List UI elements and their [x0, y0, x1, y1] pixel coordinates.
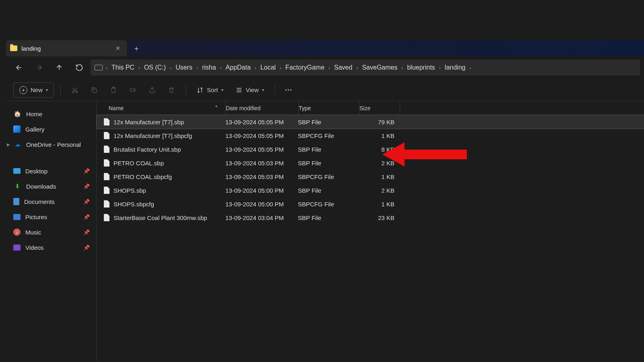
up-button[interactable]	[50, 59, 68, 76]
more-button[interactable]	[281, 82, 295, 98]
forward-button[interactable]	[30, 59, 48, 76]
address-bar[interactable]: ›This PC›OS (C:)›Users›risha›AppData›Loc…	[91, 60, 640, 76]
music-icon: ♪	[13, 228, 21, 236]
svg-point-1	[76, 91, 78, 93]
ellipsis-icon	[285, 89, 291, 90]
breadcrumb-item[interactable]: SaveGames	[359, 62, 400, 72]
cut-button[interactable]	[67, 82, 83, 98]
file-explorer-window: landing ✕ ＋ ›This PC›OS (C:)›Users›risha…	[0, 0, 644, 362]
view-button[interactable]: View ▾	[231, 82, 268, 98]
sidebar-item-onedrive[interactable]: ▶ ☁ OneDrive - Personal	[9, 137, 93, 152]
svg-rect-5	[130, 89, 134, 91]
gallery-icon	[13, 125, 21, 133]
breadcrumb-item[interactable]: Saved	[331, 62, 355, 72]
breadcrumb-item[interactable]: AppData	[223, 62, 254, 72]
svg-point-0	[72, 91, 74, 93]
new-tab-button[interactable]: ＋	[129, 41, 144, 56]
chevron-right-icon: ▶	[7, 142, 10, 147]
close-icon[interactable]: ✕	[115, 45, 121, 51]
pin-icon: 📌	[83, 168, 90, 174]
file-row[interactable]: SHOPS.sbpcfg13-09-2024 05:00 PMSBPCFG Fi…	[97, 197, 644, 211]
titlebar: landing ✕ ＋	[6, 40, 644, 56]
file-icon	[104, 173, 109, 180]
sort-label: Sort	[207, 86, 218, 93]
file-icon	[104, 146, 109, 153]
column-size[interactable]: Size	[359, 105, 400, 111]
file-icon	[104, 214, 109, 221]
column-headers: Name ▴ Date modified Type Size	[97, 101, 644, 115]
paste-button[interactable]	[106, 82, 121, 98]
file-row[interactable]: 12x Manufacturer [T7].sbpcfg13-09-2024 0…	[97, 129, 644, 142]
plus-icon: +	[19, 86, 27, 94]
copy-button[interactable]	[87, 82, 102, 98]
breadcrumb-item[interactable]: Users	[172, 62, 196, 72]
download-icon: ⬇	[13, 182, 21, 190]
file-row[interactable]: PETRO COAL.sbp13-09-2024 05:03 PMSBP Fil…	[97, 156, 644, 170]
content-area: 🏠 Home Gallery ▶ ☁ OneDrive - Personal D…	[6, 101, 644, 362]
tab-current[interactable]: landing ✕	[6, 40, 127, 56]
column-name[interactable]: Name ▴	[97, 105, 225, 111]
breadcrumb-item[interactable]: landing	[442, 62, 469, 72]
sidebar-item-home[interactable]: 🏠 Home	[9, 106, 93, 121]
file-icon	[104, 187, 109, 194]
sort-asc-icon: ▴	[215, 103, 217, 108]
sort-button[interactable]: Sort ▾	[192, 82, 227, 98]
column-date[interactable]: Date modified	[226, 105, 298, 111]
sidebar-item-gallery[interactable]: Gallery	[9, 121, 93, 137]
share-button[interactable]	[144, 82, 160, 98]
pin-icon: 📌	[83, 199, 90, 205]
file-list: Name ▴ Date modified Type Size 12x Manuf…	[97, 101, 644, 362]
file-row[interactable]: SHOPS.sbp13-09-2024 05:00 PMSBP File2 KB	[97, 183, 644, 197]
new-label: New	[31, 86, 43, 93]
document-icon	[13, 198, 19, 205]
new-button[interactable]: + New ▾	[13, 82, 54, 98]
file-icon	[104, 132, 109, 139]
file-icon	[104, 118, 109, 125]
sidebar-item-music[interactable]: ♪ Music 📌	[9, 224, 93, 240]
breadcrumb-item[interactable]: Local	[257, 62, 279, 72]
file-row[interactable]: Brutalist Factory Unit.sbp13-09-2024 05:…	[97, 142, 644, 156]
breadcrumb-item[interactable]: risha	[199, 62, 219, 72]
tab-label: landing	[21, 45, 111, 52]
breadcrumb-item[interactable]: This PC	[108, 62, 138, 72]
view-label: View	[246, 86, 259, 93]
nav-bar: ›This PC›OS (C:)›Users›risha›AppData›Loc…	[6, 56, 644, 79]
sidebar-item-videos[interactable]: Videos 📌	[9, 240, 93, 255]
breadcrumb-item[interactable]: OS (C:)	[141, 62, 169, 72]
pin-icon: 📌	[83, 183, 90, 189]
pin-icon: 📌	[83, 245, 90, 251]
breadcrumb-item[interactable]: blueprints	[404, 62, 438, 72]
pc-icon	[95, 65, 103, 70]
svg-rect-2	[93, 89, 97, 93]
pictures-icon	[13, 214, 21, 220]
videos-icon	[13, 245, 21, 251]
pin-icon: 📌	[83, 229, 90, 235]
breadcrumb-item[interactable]: FactoryGame	[282, 62, 328, 72]
sidebar: 🏠 Home Gallery ▶ ☁ OneDrive - Personal D…	[6, 101, 97, 362]
refresh-button[interactable]	[70, 59, 88, 76]
cloud-icon: ☁	[13, 140, 21, 148]
sidebar-item-pictures[interactable]: Pictures 📌	[9, 209, 93, 224]
file-icon	[104, 200, 109, 208]
column-type[interactable]: Type	[299, 105, 359, 111]
file-row[interactable]: 12x Manufacturer [T7].sbp13-09-2024 05:0…	[97, 115, 644, 129]
sidebar-item-downloads[interactable]: ⬇ Downloads 📌	[9, 179, 93, 194]
file-icon	[104, 159, 109, 167]
command-bar: + New ▾ Sort ▾ View	[6, 79, 644, 101]
sidebar-item-documents[interactable]: Documents 📌	[9, 194, 93, 209]
sidebar-item-desktop[interactable]: Desktop 📌	[9, 163, 93, 179]
home-icon: 🏠	[13, 110, 21, 118]
pin-icon: 📌	[83, 214, 90, 220]
folder-icon	[10, 45, 17, 51]
back-button[interactable]	[10, 59, 28, 76]
rename-button[interactable]	[125, 82, 140, 98]
desktop-icon	[13, 168, 21, 174]
delete-button[interactable]	[164, 82, 179, 98]
file-row[interactable]: PETRO COAL.sbpcfg13-09-2024 05:03 PMSBPC…	[97, 170, 644, 183]
file-row[interactable]: StarterBase Coal Plant 300mw.sbp13-09-20…	[97, 211, 644, 224]
